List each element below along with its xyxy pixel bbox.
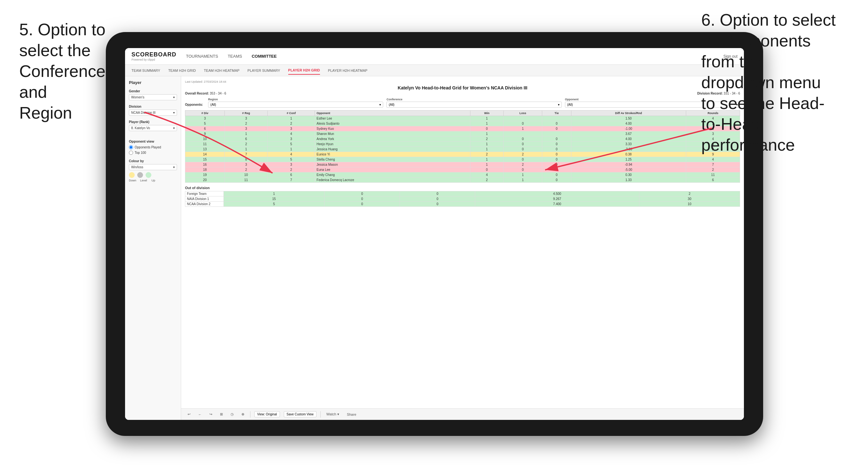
nav-teams[interactable]: TEAMS: [228, 53, 242, 60]
cell-reg: 1: [224, 131, 268, 136]
tab-team-h2h-heatmap[interactable]: TEAM H2H HEATMAP: [204, 67, 240, 74]
toolbar-add[interactable]: ⊕: [240, 411, 246, 417]
tab-player-summary[interactable]: PLAYER SUMMARY: [248, 67, 280, 74]
cell-win: 1: [470, 116, 503, 121]
th-conf: # Conf: [268, 111, 315, 116]
tab-player-h2h-grid[interactable]: PLAYER H2H GRID: [288, 66, 320, 75]
circle-down-label: Down: [129, 179, 136, 182]
cell-tie: 0: [542, 178, 571, 183]
region-filter-select[interactable]: (All) ▾: [208, 102, 383, 108]
cell-loss: 0: [503, 157, 542, 162]
tab-player-h2h-heatmap[interactable]: PLAYER H2H HEATMAP: [328, 67, 368, 74]
nav-committee[interactable]: COMMITTEE: [252, 53, 277, 60]
toolbar-save-custom-view[interactable]: Save Custom View: [284, 411, 316, 417]
toolbar-back[interactable]: ←: [196, 411, 204, 417]
app-navbar: SCOREBOARD Powered by clippd TOURNAMENTS…: [125, 48, 744, 65]
cell-opponent: Euna Lee: [315, 167, 470, 173]
cell-diff: 4.500: [475, 191, 640, 196]
toolbar-view-original[interactable]: View: Original: [254, 411, 280, 417]
cell-win: 5: [224, 201, 324, 207]
toolbar-undo[interactable]: ↩: [186, 411, 192, 417]
cell-tie: 0: [542, 162, 571, 167]
circle-up: [146, 172, 151, 178]
cell-rounds: 2: [686, 167, 740, 173]
radio-opponents-played[interactable]: Opponents Played: [129, 145, 177, 149]
out-of-division-row: NAIA Division 1 15 0 0 9.267 30: [185, 196, 740, 201]
cell-reg: 3: [224, 162, 268, 167]
cell-loss: 0: [324, 191, 400, 196]
toolbar-redo[interactable]: ↪: [208, 411, 214, 417]
cell-loss: 0: [324, 201, 400, 207]
cell-tie: 0: [400, 191, 475, 196]
cell-tie: 0: [542, 147, 571, 152]
cell-win: 0: [470, 167, 503, 173]
table-row: 10 6 3 Andrea York 2 0 0 4.00 4: [185, 136, 740, 142]
out-of-division-title: Out of division: [185, 186, 740, 190]
circle-level-label: Level: [140, 179, 147, 182]
cell-div: 16: [185, 162, 225, 167]
cell-conf: 6: [268, 173, 315, 178]
cell-loss: 0: [503, 142, 542, 147]
cell-opponent: Heejo Hyun: [315, 142, 470, 147]
cell-diff: 4.00: [571, 136, 686, 142]
cell-opponent: Eunice Yi: [315, 152, 470, 157]
toolbar-watch[interactable]: Watch ▾: [324, 411, 341, 417]
th-div: # Div: [185, 111, 225, 116]
cell-div: 14: [185, 152, 225, 157]
table-row: 5 2 2 Alexis Sudjianto 1 0 0 4.00 3: [185, 121, 740, 126]
out-of-division-table: Foreign Team 1 0 0 4.500 2 NAIA Division…: [185, 191, 740, 207]
nav-items: TOURNAMENTS TEAMS COMMITTEE: [186, 53, 723, 60]
cell-win: 1: [470, 131, 503, 136]
annotation-left: 5. Option to select the Conference and R…: [19, 19, 138, 123]
content-title: Katelyn Vo Head-to-Head Grid for Women's…: [185, 85, 740, 90]
cell-opponent: Sharon Mun: [315, 131, 470, 136]
cell-opponent: NAIA Division 1: [185, 196, 224, 201]
cell-diff: 1.50: [571, 116, 686, 121]
radio-top100[interactable]: Top 100: [129, 151, 177, 155]
sidebar-colour-section: Colour by Win/loss ▾ Down Level Up: [129, 159, 177, 182]
cell-div: 19: [185, 173, 225, 178]
cell-opponent: Foreign Team: [185, 191, 224, 196]
cell-tie: 0: [542, 136, 571, 142]
tab-team-h2h-grid[interactable]: TEAM H2H GRID: [168, 67, 196, 74]
cell-opponent: Federica Domecq Lacroze: [315, 178, 470, 183]
cell-div: 20: [185, 178, 225, 183]
records-row: Overall Record: 353 - 34 - 6 Division Re…: [185, 92, 740, 95]
toolbar-grid[interactable]: ⊞: [218, 411, 225, 417]
cell-conf: 4: [268, 131, 315, 136]
cell-reg: 10: [224, 173, 268, 178]
cell-diff: -3.00: [571, 147, 686, 152]
toolbar-time[interactable]: ◷: [228, 411, 236, 417]
cell-win: 2: [470, 152, 503, 157]
toolbar-sep1: [250, 411, 250, 418]
cell-opponent: NCAA Division 2: [185, 201, 224, 207]
sidebar-player-rank-select[interactable]: 8. Katelyn Vo ▾: [129, 125, 177, 131]
cell-opponent: Alexis Sudjianto: [315, 121, 470, 126]
cell-reg: 8: [224, 157, 268, 162]
out-of-division-row: NCAA Division 2 5 0 0 7.400 10: [185, 201, 740, 207]
cell-rounds: 30: [639, 196, 740, 201]
main-content: Player Gender Women's ▾ Division NCAA Di…: [125, 76, 744, 420]
cell-opponent: Jessica Huang: [315, 147, 470, 152]
cell-conf: 3: [268, 136, 315, 142]
table-header-row: # Div # Reg # Conf Opponent Win Loss Tie…: [185, 111, 740, 116]
tablet-frame: SCOREBOARD Powered by clippd TOURNAMENTS…: [106, 32, 763, 436]
cell-tie: 0: [542, 126, 571, 131]
conference-filter-select[interactable]: (All) ▾: [386, 102, 561, 108]
cell-loss: [503, 116, 542, 121]
cell-tie: 0: [400, 196, 475, 201]
out-of-division-row: Foreign Team 1 0 0 4.500 2: [185, 191, 740, 196]
cell-win: 1: [224, 191, 324, 196]
conference-filter-group: Conference (All) ▾: [386, 98, 561, 108]
cell-diff: 3.67: [571, 131, 686, 136]
toolbar-share[interactable]: Share: [345, 411, 358, 417]
cell-win: 1: [470, 121, 503, 126]
cell-reg: 6: [224, 136, 268, 142]
cell-tie: [542, 131, 571, 136]
cell-loss: 2: [503, 152, 542, 157]
cell-reg: 7: [224, 152, 268, 157]
cell-opponent: Stella Cheng: [315, 157, 470, 162]
sidebar-colour-select[interactable]: Win/loss ▾: [129, 164, 177, 170]
nav-tournaments[interactable]: TOURNAMENTS: [186, 53, 218, 60]
cell-win: 2: [470, 136, 503, 142]
